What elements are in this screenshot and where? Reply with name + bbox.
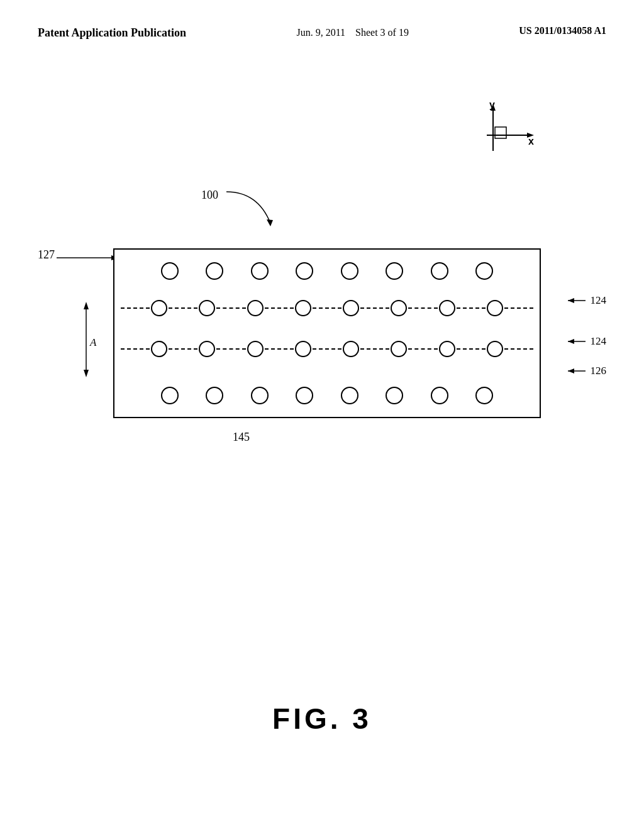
component-box-126 <box>113 248 541 418</box>
diagram-area: 100 127 <box>38 151 606 453</box>
circle-bot-1 <box>161 387 179 404</box>
dash-seg <box>216 348 245 350</box>
svg-marker-17 <box>84 302 89 309</box>
svg-text:y: y <box>489 101 495 110</box>
label-145: 145 <box>233 431 250 444</box>
circle-top-1 <box>161 262 179 280</box>
dash-seg <box>457 307 486 309</box>
circle-mid-5 <box>343 300 359 316</box>
svg-marker-11 <box>568 298 574 303</box>
publication-title: Patent Application Publication <box>38 25 186 41</box>
dash-seg <box>216 307 245 309</box>
circle-mid-4 <box>295 300 311 316</box>
dash-seg <box>313 307 341 309</box>
dash-seg <box>360 307 389 309</box>
circle-mid-7 <box>439 300 455 316</box>
circle-mid2-7 <box>439 341 455 357</box>
circle-mid-8 <box>487 300 503 316</box>
label-127: 127 <box>38 248 55 261</box>
circle-bot-5 <box>341 387 358 404</box>
circle-top-3 <box>251 262 269 280</box>
pub-date: Jun. 9, 2011 <box>296 27 345 38</box>
label-a: A <box>90 336 96 349</box>
dash-seg <box>504 348 533 350</box>
circle-mid2-8 <box>487 341 503 357</box>
svg-text:x: x <box>528 136 534 147</box>
circle-bot-7 <box>431 387 448 404</box>
label-100-group: 100 <box>201 189 218 202</box>
label-124-top: 124 <box>591 294 607 307</box>
axes-svg: y x <box>474 101 537 157</box>
page-header: Patent Application Publication Jun. 9, 2… <box>0 25 644 41</box>
arrow-124-top <box>568 296 587 305</box>
circles-top-row <box>114 262 540 280</box>
svg-marker-18 <box>84 370 89 377</box>
svg-marker-15 <box>568 368 574 374</box>
dash-seg <box>457 348 486 350</box>
svg-marker-13 <box>568 339 574 344</box>
label-127-group: 127 <box>38 248 55 262</box>
label-124-top-group: 124 <box>568 294 607 307</box>
dash-seg <box>360 348 389 350</box>
dashed-row-124-top <box>114 300 540 316</box>
label-124-bottom-group: 124 <box>568 335 607 348</box>
circle-top-6 <box>386 262 403 280</box>
circle-top-5 <box>341 262 358 280</box>
svg-marker-7 <box>267 219 273 226</box>
circle-mid-2 <box>199 300 215 316</box>
circle-top-4 <box>296 262 313 280</box>
label-124-bottom: 124 <box>591 335 607 348</box>
circle-top-2 <box>206 262 223 280</box>
arrow-124-bottom <box>568 337 587 346</box>
dashed-row-124-bottom <box>114 341 540 357</box>
circle-mid-6 <box>391 300 407 316</box>
circle-top-8 <box>475 262 493 280</box>
label-100: 100 <box>201 189 218 201</box>
circle-mid2-2 <box>199 341 215 357</box>
circle-mid2-3 <box>247 341 264 357</box>
circle-bot-2 <box>206 387 223 404</box>
patent-number: US 2011/0134058 A1 <box>519 25 606 36</box>
svg-rect-6 <box>495 127 506 138</box>
circles-bottom-row <box>114 387 540 404</box>
dash-seg <box>169 348 197 350</box>
dash-seg <box>504 307 533 309</box>
dash-seg <box>169 307 197 309</box>
dash-seg <box>265 307 294 309</box>
circle-mid2-4 <box>295 341 311 357</box>
publication-date-sheet: Jun. 9, 2011 Sheet 3 of 19 <box>296 25 409 40</box>
circle-mid2-5 <box>343 341 359 357</box>
label-a-group: A <box>79 302 94 380</box>
dash-seg <box>265 348 294 350</box>
label-126: 126 <box>591 365 607 377</box>
arrow-100 <box>220 185 296 236</box>
dash-seg <box>121 307 150 309</box>
circle-bot-8 <box>475 387 493 404</box>
figure-label: FIG. 3 <box>272 702 372 736</box>
circle-bot-4 <box>296 387 313 404</box>
dash-seg <box>121 348 150 350</box>
circle-top-7 <box>431 262 448 280</box>
dash-seg <box>313 348 341 350</box>
circle-mid2-6 <box>391 341 407 357</box>
arrow-126 <box>568 367 587 375</box>
sheet-info: Sheet 3 of 19 <box>355 27 409 38</box>
dash-seg <box>408 348 437 350</box>
circle-mid-3 <box>247 300 264 316</box>
label-126-group: 126 <box>568 365 607 377</box>
circle-bot-3 <box>251 387 269 404</box>
circle-mid2-1 <box>151 341 167 357</box>
circle-mid-1 <box>151 300 167 316</box>
dash-seg <box>408 307 437 309</box>
circle-bot-6 <box>386 387 403 404</box>
